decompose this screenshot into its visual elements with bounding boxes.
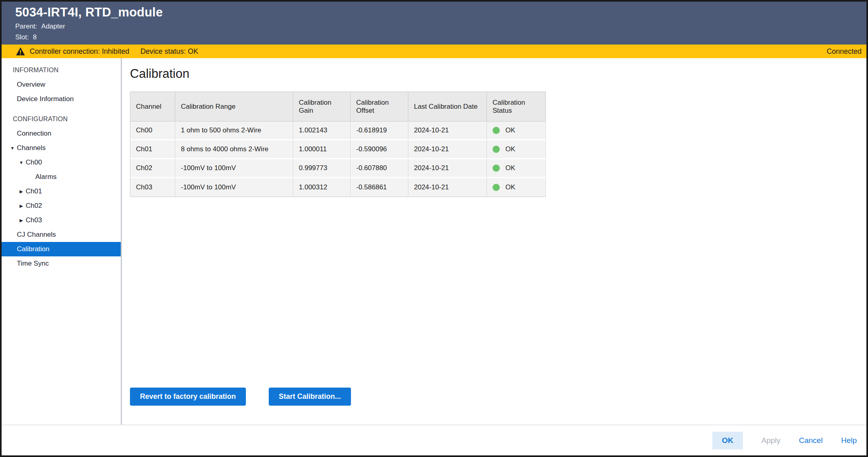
cell-date: 2024-10-21 (408, 178, 487, 197)
sidebar-item-device-information[interactable]: Device Information (2, 92, 121, 106)
status-text: OK (505, 183, 515, 191)
start-calibration-button[interactable]: Start Calibration... (269, 388, 351, 406)
sidebar-item-alarms[interactable]: Alarms (2, 170, 121, 184)
status-ok-dot-icon (493, 184, 500, 191)
status-bar: Controller connection: Inhibited Device … (2, 45, 866, 58)
status-text: OK (505, 145, 515, 153)
col-header-date: Last Calibration Date (408, 92, 487, 122)
revert-to-factory-calibration-button[interactable]: Revert to factory calibration (130, 388, 246, 406)
table-row: Ch00 1 ohm to 500 ohms 2-Wire 1.002143 -… (130, 122, 546, 140)
title-header: 5034-IRT4I, RTD_module Parent:Adapter Sl… (2, 2, 866, 45)
help-button[interactable]: Help (841, 436, 857, 445)
cell-channel: Ch02 (130, 159, 175, 178)
table-header-row: Channel Calibration Range Calibration Ga… (130, 92, 546, 122)
status-ok-dot-icon (493, 127, 500, 134)
cell-channel: Ch01 (130, 140, 175, 159)
calibration-table: Channel Calibration Range Calibration Ga… (130, 91, 546, 197)
status-ok-dot-icon (493, 146, 500, 153)
dialog-footer: OK Apply Cancel Help (2, 425, 866, 455)
cancel-button[interactable]: Cancel (799, 436, 823, 445)
col-header-offset: Calibration Offset (351, 92, 408, 122)
chevron-down-icon[interactable]: ▼ (10, 146, 15, 150)
chevron-right-icon[interactable]: ▶ (18, 218, 24, 223)
connection-state: Connected (827, 47, 862, 56)
cell-range: 8 ohms to 4000 ohms 2-Wire (175, 140, 293, 159)
cell-offset: -0.618919 (351, 122, 408, 140)
col-header-gain: Calibration Gain (293, 92, 351, 122)
cell-date: 2024-10-21 (408, 140, 487, 159)
cell-offset: -0.590096 (351, 140, 408, 159)
sidebar-item-ch03[interactable]: ▶ Ch03 (2, 213, 121, 227)
cell-gain: 1.000011 (293, 140, 351, 159)
cell-status: OK (487, 122, 546, 140)
sidebar-item-overview[interactable]: Overview (2, 77, 121, 92)
sidebar-item-ch02[interactable]: ▶ Ch02 (2, 199, 121, 213)
cell-offset: -0.607880 (351, 159, 408, 178)
ok-button[interactable]: OK (712, 432, 743, 449)
parent-label: Parent: (15, 22, 37, 30)
cell-channel: Ch00 (130, 122, 175, 140)
sidebar-item-cj-channels[interactable]: CJ Channels (2, 227, 121, 242)
chevron-right-icon[interactable]: ▶ (18, 203, 24, 209)
cell-date: 2024-10-21 (408, 159, 487, 178)
controller-connection-status: Controller connection: Inhibited (30, 47, 129, 56)
chevron-down-icon[interactable]: ▼ (18, 160, 24, 165)
table-row: Ch02 -100mV to 100mV 0.999773 -0.607880 … (130, 159, 546, 178)
sidebar-item-ch00[interactable]: ▼ Ch00 (2, 155, 121, 170)
sidebar-item-time-sync[interactable]: Time Sync (2, 256, 121, 271)
status-text: OK (505, 126, 515, 134)
parent-line: Parent:Adapter (15, 22, 858, 30)
module-properties-window: 5034-IRT4I, RTD_module Parent:Adapter Sl… (0, 0, 868, 457)
cell-gain: 1.002143 (293, 122, 351, 140)
cell-date: 2024-10-21 (408, 122, 487, 140)
cell-status: OK (487, 140, 546, 159)
cell-gain: 1.000312 (293, 178, 351, 197)
page-title: Calibration (130, 67, 866, 81)
calibration-actions: Revert to factory calibration Start Cali… (130, 388, 351, 406)
chevron-right-icon[interactable]: ▶ (18, 189, 24, 194)
cell-channel: Ch03 (130, 178, 175, 197)
nav-section-configuration: CONFIGURATION (2, 112, 121, 126)
sidebar-item-connection[interactable]: Connection (2, 126, 121, 141)
col-header-range: Calibration Range (175, 92, 293, 122)
cell-status: OK (487, 178, 546, 197)
slot-line: Slot:8 (15, 33, 858, 41)
nav-sidebar: INFORMATION Overview Device Information … (2, 58, 122, 425)
sidebar-item-channels[interactable]: ▼ Channels (2, 141, 121, 155)
apply-button[interactable]: Apply (761, 436, 781, 445)
slot-label: Slot: (15, 33, 29, 41)
cell-status: OK (487, 159, 546, 178)
main-content: Calibration Channel Calibration Range Ca… (122, 58, 866, 425)
device-status: Device status: OK (140, 47, 198, 56)
cell-range: -100mV to 100mV (175, 178, 293, 197)
col-header-channel: Channel (130, 92, 175, 122)
status-ok-dot-icon (493, 165, 500, 172)
module-title: 5034-IRT4I, RTD_module (15, 5, 858, 20)
table-row: Ch01 8 ohms to 4000 ohms 2-Wire 1.000011… (130, 140, 546, 159)
status-text: OK (505, 164, 515, 172)
sidebar-item-calibration[interactable]: Calibration (2, 242, 121, 256)
table-row: Ch03 -100mV to 100mV 1.000312 -0.586861 … (130, 178, 546, 197)
nav-section-information: INFORMATION (2, 63, 121, 77)
col-header-status: Calibration Status (487, 92, 546, 122)
sidebar-item-ch01[interactable]: ▶ Ch01 (2, 184, 121, 199)
cell-range: -100mV to 100mV (175, 159, 293, 178)
warning-triangle-icon (16, 47, 25, 55)
cell-offset: -0.586861 (351, 178, 408, 197)
parent-value: Adapter (41, 22, 65, 30)
cell-range: 1 ohm to 500 ohms 2-Wire (175, 122, 293, 140)
cell-gain: 0.999773 (293, 159, 351, 178)
slot-value: 8 (33, 33, 37, 41)
